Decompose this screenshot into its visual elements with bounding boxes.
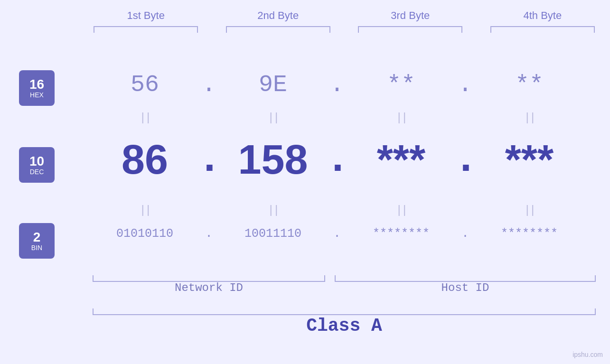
equals-row-2: || || || || (93, 204, 596, 217)
equals-row-1: || || || || (93, 112, 596, 124)
class-label: Class A (306, 316, 382, 336)
bin-b3: ******** (349, 227, 453, 241)
top-brackets-row (93, 26, 596, 33)
bin-dot2: . (333, 227, 340, 241)
bin-badge: 2 BIN (19, 223, 55, 259)
bracket-byte2 (226, 26, 330, 33)
eq1-b2: || (268, 112, 279, 124)
byte2-header: 2nd Byte (257, 9, 299, 21)
host-id-label: Host ID (441, 281, 489, 294)
class-bracket (93, 308, 596, 315)
bracket-byte3 (358, 26, 462, 33)
hex-b4: ** (477, 71, 582, 98)
eq2-b2: || (268, 204, 279, 217)
dec-dot3: . (453, 136, 479, 183)
eq1-b3: || (396, 112, 407, 124)
hex-b3: ** (349, 71, 453, 98)
dec-b1: 86 (93, 135, 197, 184)
dec-b2: 158 (221, 135, 325, 184)
network-bracket (93, 275, 325, 282)
hex-dot3: . (458, 71, 472, 98)
eq1-b4: || (524, 112, 535, 124)
eq2-b1: || (140, 204, 150, 217)
id-labels-row: Network ID Host ID (93, 281, 596, 294)
bin-values-row: 01010110 . 10011110 . ******** . *******… (93, 227, 596, 241)
byte4-header: 4th Byte (523, 9, 562, 21)
hex-dot1: . (202, 71, 216, 98)
hex-b1: 56 (93, 71, 197, 98)
host-bracket (335, 275, 596, 282)
dec-dot1: . (197, 136, 222, 183)
byte3-header: 3rd Byte (391, 9, 430, 21)
dec-b4: *** (477, 135, 582, 184)
bin-dot1: . (205, 227, 212, 241)
bin-dot3: . (461, 227, 469, 241)
bin-b4: ******** (477, 227, 582, 241)
main-layout: 1st Byte 2nd Byte 3rd Byte 4th Byte 16 H… (0, 0, 610, 364)
class-label-row: Class A (93, 316, 596, 336)
bottom-brackets-row (93, 275, 596, 282)
dec-dot2: . (325, 136, 350, 183)
bracket-byte4 (490, 26, 595, 33)
byte1-header: 1st Byte (127, 9, 164, 21)
bin-b2: 10011110 (221, 227, 325, 241)
hex-badge: 16 HEX (19, 70, 55, 106)
byte-headers-row: 1st Byte 2nd Byte 3rd Byte 4th Byte (93, 9, 596, 22)
dec-b3: *** (349, 135, 453, 184)
bin-b1: 01010110 (93, 227, 197, 241)
bracket-byte1 (94, 26, 198, 33)
hex-dot2: . (330, 71, 344, 98)
eq2-b4: || (524, 204, 535, 217)
eq2-b3: || (396, 204, 407, 217)
hex-values-row: 56 . 9E . ** . ** (93, 71, 596, 98)
dec-values-row: 86 . 158 . *** . *** (93, 135, 596, 184)
class-bracket-row (93, 308, 596, 315)
network-id-label: Network ID (175, 281, 243, 294)
eq1-b1: || (140, 112, 150, 124)
dec-badge: 10 DEC (19, 147, 55, 183)
watermark: ipshu.com (572, 351, 603, 358)
hex-b2: 9E (221, 71, 325, 98)
